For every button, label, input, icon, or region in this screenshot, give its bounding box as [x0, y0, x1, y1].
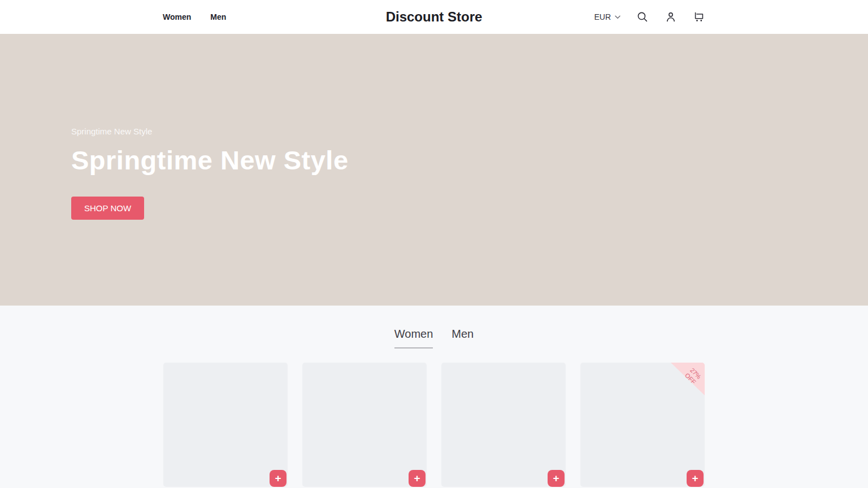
page: Women Men Discount Store EUR	[0, 0, 868, 488]
account-button[interactable]	[665, 11, 677, 23]
add-to-cart-button[interactable]: +	[270, 470, 287, 487]
site-header: Women Men Discount Store EUR	[0, 0, 868, 34]
cart-button[interactable]	[693, 11, 705, 23]
currency-value: EUR	[594, 12, 611, 21]
product-card[interactable]: 27% OFF +	[580, 363, 705, 487]
cart-icon	[693, 11, 705, 23]
featured-products-section: Women Men + + +	[0, 306, 868, 487]
search-button[interactable]	[636, 11, 649, 23]
product-card[interactable]: +	[163, 363, 288, 487]
product-card[interactable]: +	[441, 363, 566, 487]
category-tabs: Women Men	[0, 306, 868, 348]
currency-selector[interactable]: EUR	[594, 12, 620, 21]
plus-icon: +	[553, 473, 559, 483]
nav-item-women[interactable]: Women	[163, 12, 191, 21]
shop-now-button[interactable]: SHOP NOW	[71, 197, 144, 220]
nav-item-men[interactable]: Men	[210, 12, 226, 21]
plus-icon: +	[692, 473, 698, 483]
tab-men[interactable]: Men	[452, 328, 474, 348]
product-grid: + + + 27% OFF	[163, 363, 705, 487]
hero-banner: Springtime New Style Springtime New Styl…	[0, 34, 868, 306]
add-to-cart-button[interactable]: +	[687, 470, 704, 487]
chevron-down-icon	[615, 15, 620, 19]
plus-icon: +	[414, 473, 420, 483]
hero-eyebrow: Springtime New Style	[71, 127, 868, 136]
tab-women[interactable]: Women	[394, 328, 433, 348]
header-container: Women Men Discount Store EUR	[163, 0, 705, 34]
main-nav: Women Men	[163, 12, 226, 21]
add-to-cart-button[interactable]: +	[548, 470, 565, 487]
search-icon	[636, 11, 649, 23]
user-icon	[665, 11, 677, 23]
hero-title: Springtime New Style	[71, 145, 868, 176]
product-card[interactable]: +	[302, 363, 427, 487]
header-actions: EUR	[594, 11, 705, 23]
hero-content: Springtime New Style Springtime New Styl…	[0, 34, 868, 220]
plus-icon: +	[275, 473, 281, 483]
site-title[interactable]: Discount Store	[386, 9, 483, 25]
add-to-cart-button[interactable]: +	[409, 470, 426, 487]
